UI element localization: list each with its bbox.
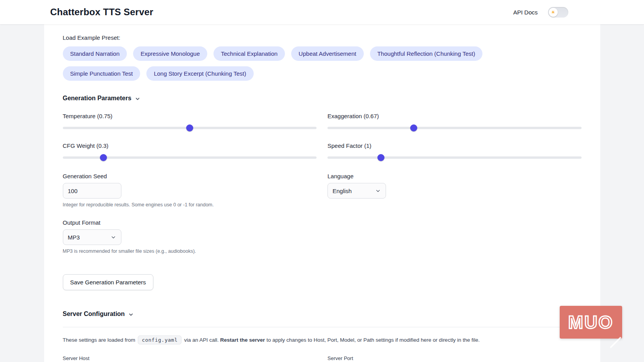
language-field: Language English [327, 173, 582, 208]
theme-toggle-knob: ☀ [549, 8, 558, 17]
output-format-label: Output Format [63, 219, 582, 226]
slider-track[interactable] [327, 156, 582, 159]
speed-factor-label: Speed Factor (1) [327, 142, 582, 149]
muo-watermark-text: MUO [568, 313, 614, 331]
temperature-label: Temperature (0.75) [63, 113, 317, 119]
app-title: Chatterbox TTS Server [50, 7, 153, 18]
language-label: Language [327, 173, 582, 179]
chevron-down-icon [128, 312, 134, 318]
preset-thoughtful-reflection[interactable]: Thoughtful Reflection (Chunking Test) [370, 46, 483, 61]
speed-factor-field: Speed Factor (1) [327, 142, 582, 161]
preset-simple-punctuation-test[interactable]: Simple Punctuation Test [63, 66, 141, 81]
exaggeration-slider-thumb[interactable] [410, 124, 417, 131]
generation-parameters-section: Generation Parameters Temperature (0.75)… [63, 95, 582, 290]
preset-long-story-excerpt[interactable]: Long Story Excerpt (Chunking Test) [146, 66, 254, 81]
sun-icon: ☀ [551, 10, 555, 15]
language-select-value: English [333, 188, 352, 194]
config-yaml-code-chip: config.yaml [138, 335, 181, 344]
speed-factor-slider-thumb[interactable] [377, 154, 384, 161]
preset-label: Load Example Preset: [63, 34, 582, 41]
exaggeration-label: Exaggeration (0.67) [327, 113, 582, 119]
output-format-select[interactable]: MP3 [63, 229, 121, 245]
preset-upbeat-advertisement[interactable]: Upbeat Advertisement [291, 46, 364, 61]
section-divider [63, 327, 582, 327]
server-configuration-section: Server Configuration These settings are … [63, 311, 582, 362]
preset-expressive-monologue[interactable]: Expressive Monologue [133, 46, 207, 61]
exaggeration-slider[interactable] [327, 124, 582, 131]
generation-parameters-heading-label: Generation Parameters [63, 95, 132, 102]
config-note: These settings are loaded from config.ya… [63, 336, 582, 344]
save-generation-parameters-button[interactable]: Save Generation Parameters [63, 274, 153, 290]
generation-seed-input[interactable] [63, 183, 121, 199]
preset-button-row: Standard Narration Expressive Monologue … [63, 46, 531, 81]
theme-toggle[interactable]: ☀ [548, 7, 568, 18]
generation-seed-field: Generation Seed Integer for reproducible… [63, 173, 317, 208]
server-host-field: Server Host [63, 355, 317, 362]
server-port-label: Server Port [327, 355, 582, 361]
app-header: Chatterbox TTS Server API Docs ☀ [0, 0, 644, 24]
cfg-weight-slider[interactable] [63, 154, 317, 161]
main-panel: Load Example Preset: Standard Narration … [44, 24, 600, 362]
generation-parameters-heading[interactable]: Generation Parameters [63, 95, 582, 102]
chevron-down-icon [135, 96, 141, 102]
cfg-weight-slider-thumb[interactable] [100, 154, 107, 161]
server-configuration-heading[interactable]: Server Configuration [63, 311, 582, 318]
speed-factor-slider[interactable] [327, 154, 582, 161]
server-port-field: Server Port [327, 355, 582, 362]
output-format-help: MP3 is recommended for smaller file size… [63, 248, 582, 254]
config-note-text: via an API call. [184, 337, 219, 343]
temperature-field: Temperature (0.75) [63, 113, 317, 131]
chevron-down-icon [110, 234, 116, 240]
chevron-down-icon [375, 188, 381, 194]
cfg-weight-label: CFG Weight (0.3) [63, 142, 317, 149]
preset-section: Load Example Preset: Standard Narration … [63, 34, 582, 81]
generation-seed-label: Generation Seed [63, 173, 317, 179]
preset-technical-explanation[interactable]: Technical Explanation [213, 46, 285, 61]
generation-seed-help: Integer for reproducible results. Some e… [63, 202, 317, 208]
config-note-text: These settings are loaded from [63, 337, 135, 343]
language-select[interactable]: English [327, 183, 386, 199]
preset-standard-narration[interactable]: Standard Narration [63, 46, 127, 61]
temperature-slider-thumb[interactable] [186, 124, 193, 131]
server-configuration-heading-label: Server Configuration [63, 311, 125, 318]
cfg-weight-field: CFG Weight (0.3) [63, 142, 317, 161]
output-format-field: Output Format MP3 MP3 is recommended for… [63, 219, 582, 254]
exaggeration-field: Exaggeration (0.67) [327, 113, 582, 131]
slider-track[interactable] [327, 127, 582, 129]
restart-server-emphasis: Restart the server [220, 337, 265, 343]
temperature-slider[interactable] [63, 124, 317, 131]
api-docs-link[interactable]: API Docs [513, 9, 538, 16]
output-format-select-value: MP3 [68, 234, 80, 241]
server-host-label: Server Host [63, 355, 317, 361]
config-note-text: to apply changes to Host, Port, Model, o… [267, 337, 480, 343]
muo-watermark: MUO [560, 306, 622, 339]
